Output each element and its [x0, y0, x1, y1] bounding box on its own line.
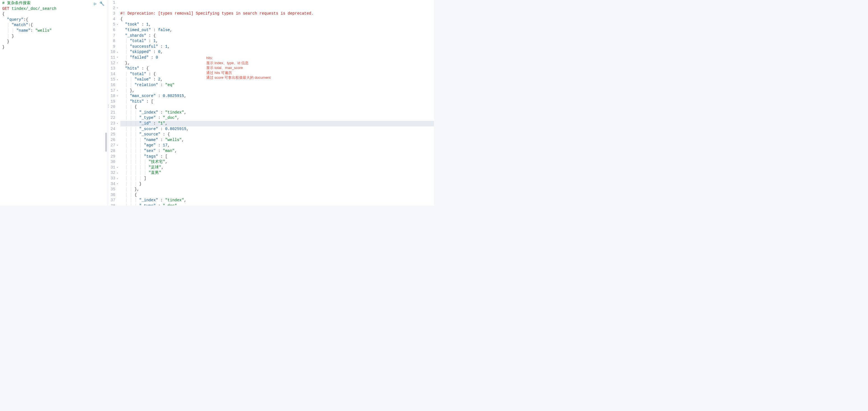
code-line: "took" : 1, [120, 22, 434, 28]
line-number: 38 [108, 203, 118, 205]
line-number: 37 [108, 198, 118, 203]
wrench-icon[interactable]: 🔧 [99, 1, 105, 7]
line-number: 2▾ [108, 6, 118, 11]
line-number: 1 [108, 0, 118, 6]
code-line: "timed_out" : false, [120, 28, 434, 33]
body-line: "name" [16, 28, 30, 33]
code-line: │ │ │ "_type" : "_doc", [120, 115, 434, 121]
line-number: 9 [108, 44, 118, 49]
request-editor-content[interactable]: # 复杂条件搜索 GET tindex/_doc/_search { "quer… [2, 1, 107, 50]
code-line: │ "successful" : 1, [120, 44, 434, 49]
line-number: 18▾ [108, 93, 118, 99]
annotation-line: 显示 total、max_score [206, 65, 290, 70]
code-line: │ │ │ "_index" : "tindex", [120, 198, 434, 203]
code-line: │ │ │ "_source" : { [120, 132, 434, 137]
line-number: 30 [108, 159, 118, 165]
comment-line: # 复杂条件搜索 [2, 1, 31, 5]
annotation-line: 通过 score 可拿出权值最大的 document [206, 75, 290, 80]
code-line: │ │ { [120, 192, 434, 198]
annotation-line: 通过 hits 可遍历 [206, 70, 290, 75]
line-number: 28 [108, 148, 118, 154]
editor-action-icons: ▷ 🔧 [94, 1, 105, 7]
line-number: 25 [108, 132, 118, 137]
line-number: 26 [108, 137, 118, 143]
line-number: 10▴ [108, 49, 118, 55]
code-line: │ │ │ │ "tags" : [ [120, 154, 434, 160]
code-line: │ │ │ "_index" : "tindex", [120, 110, 434, 115]
line-number: 11▾ [108, 55, 118, 61]
line-number: 7 [108, 33, 118, 39]
code-line: │ │ │ │ │ "足球", [120, 165, 434, 170]
line-number: 29 [108, 154, 118, 160]
annotation-line: 显示 index、type、id 信息 [206, 61, 290, 66]
line-number: 4 [108, 16, 118, 22]
line-number: 24 [108, 127, 118, 132]
line-number: 14 [108, 71, 118, 77]
code-line: #! Deprecation: [types removal] Specifyi… [120, 11, 434, 16]
code-line: │ │ │ "_type" : "_doc", [120, 203, 434, 205]
code-line: │ "max_score" : 0.8025915, [120, 93, 434, 99]
code-line: { [120, 16, 434, 22]
line-number: 6 [108, 28, 118, 33]
line-number: 19 [108, 99, 118, 105]
line-number: 21 [108, 110, 118, 115]
line-number: 32▴ [108, 170, 118, 176]
code-line: │ │ │ │ ] [120, 176, 434, 181]
code-line: │ │ │ "_id" : "1", [120, 121, 434, 127]
body-line: { [2, 12, 4, 16]
code-line: │ │ }, [120, 187, 434, 192]
annotation-line: hits: [206, 56, 290, 61]
line-number: 22 [108, 115, 118, 121]
http-path: tindex/_doc/_search [9, 6, 56, 11]
line-number: 13 [108, 66, 118, 71]
line-number: 16 [108, 82, 118, 88]
code-line: │ │ │ "_score" : 0.8025915, [120, 127, 434, 132]
play-icon[interactable]: ▷ [94, 1, 96, 7]
line-number: 23▾ [108, 121, 118, 127]
body-line: "query" [7, 18, 24, 22]
line-number: 15▴ [108, 77, 118, 82]
line-number: 27▾ [108, 143, 118, 148]
response-pane: 12▾345▾678910▴11▾12▾131415▴1617▾18▾19202… [108, 0, 434, 205]
code-line: │ │ │ │ │ "直男" [120, 170, 434, 176]
code-line: │ │ │ │ │ "技术宅", [120, 159, 434, 165]
line-number: 20 [108, 104, 118, 110]
line-number: 5▾ [108, 22, 118, 28]
code-line: │ "skipped" : 0, [120, 49, 434, 55]
body-line: "match" [12, 23, 28, 27]
line-number: 33▴ [108, 176, 118, 181]
line-number: 17▾ [108, 88, 118, 94]
request-editor-pane[interactable]: ▷ 🔧 # 复杂条件搜索 GET tindex/_doc/_search { "… [0, 0, 107, 205]
code-line: "_shards" : { [120, 33, 434, 39]
code-line: │ │ │ } [120, 181, 434, 187]
code-line: │ │ │ │ "sex" : "man", [120, 148, 434, 154]
line-number: 31▴ [108, 165, 118, 170]
response-code-area[interactable]: #! Deprecation: [types removal] Specifyi… [120, 0, 434, 205]
code-line: │ "hits" : [ [120, 99, 434, 105]
http-method: GET [2, 6, 9, 11]
code-line: │ }, [120, 88, 434, 94]
code-line: │ │ "relation" : "eq" [120, 82, 434, 88]
annotation-overlay: hits: 显示 index、type、id 信息 显示 total、max_s… [206, 56, 290, 80]
code-line: │ │ │ │ "name" : "wells", [120, 137, 434, 143]
line-number-gutter: 12▾345▾678910▴11▾12▾131415▴1617▾18▾19202… [108, 0, 120, 205]
line-number: 34▾ [108, 181, 118, 187]
body-line: } [2, 45, 4, 49]
code-line: │ "total" : 1, [120, 38, 434, 44]
line-number: 3 [108, 11, 118, 16]
line-number: 36 [108, 192, 118, 198]
line-number: 35 [108, 187, 118, 192]
line-number: 12▾ [108, 61, 118, 66]
code-line: │ │ { [120, 104, 434, 110]
line-number: 8 [108, 38, 118, 44]
code-line: │ │ │ │ "age" : 17, [120, 143, 434, 148]
